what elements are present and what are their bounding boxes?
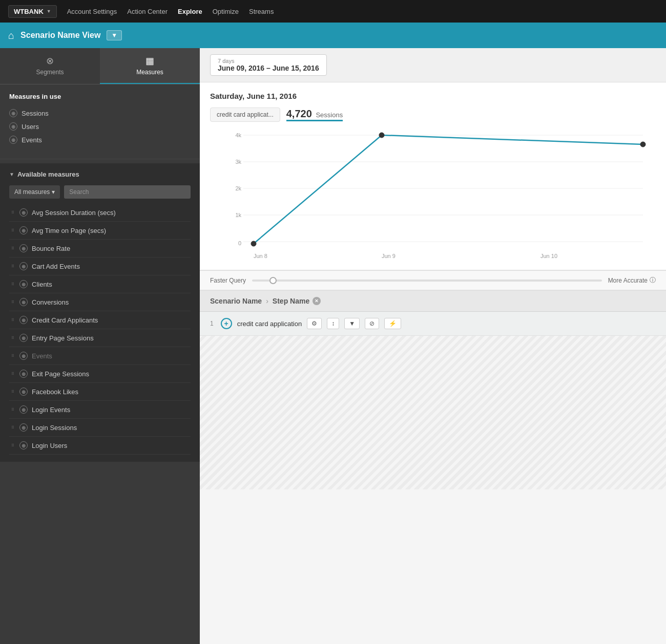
chart-pill-row: credit card applicat... 4,720 Sessions (210, 108, 656, 122)
scenario-name-label: Scenario Name (210, 297, 262, 305)
measures-in-use-heading: Measures in use (9, 93, 191, 100)
tab-bar: ⊗ Segments ▦ Measures (0, 48, 200, 84)
sessions-info-icon: ⊕ (9, 109, 17, 117)
list-item[interactable]: ⠿ ⊕ Conversions (9, 293, 191, 311)
all-measures-button[interactable]: All measures ▾ (9, 185, 60, 199)
available-measures-heading: ▼ Available measures (9, 170, 191, 178)
avg-time-info-icon: ⊕ (19, 226, 28, 234)
exit-page-info-icon: ⊕ (19, 370, 28, 378)
login-sessions-info-icon: ⊕ (19, 423, 28, 432)
login-sessions-label: Login Sessions (32, 424, 77, 432)
events2-label: Events (32, 352, 52, 360)
drag-handle-icon: ⠿ (11, 264, 15, 269)
main-container: ⊗ Segments ▦ Measures Measures in use ⊕ … (0, 48, 666, 644)
cc-applicants-label: Credit Card Applicants (32, 316, 98, 324)
list-item[interactable]: ⠿ ⊕ Exit Page Sessions (9, 365, 191, 383)
nav-account-settings[interactable]: Account Settings (67, 8, 117, 15)
fb-likes-label: Facebook Likes (32, 388, 78, 396)
chart-pill[interactable]: credit card applicat... (210, 108, 280, 122)
tab-segments-label: Segments (36, 69, 64, 76)
events-label: Events (22, 136, 42, 144)
nav-action-center[interactable]: Action Center (127, 8, 168, 15)
nav-optimize[interactable]: Optimize (213, 8, 239, 15)
step-name-label: Step Name ✕ (273, 297, 321, 305)
date-range-button[interactable]: 7 days June 09, 2016 – June 15, 2016 (210, 54, 327, 76)
all-measures-label: All measures (14, 188, 50, 196)
measure-users[interactable]: ⊕ Users (9, 120, 191, 133)
stripe-area (200, 336, 666, 489)
list-item[interactable]: ⠿ ⊕ Login Events (9, 401, 191, 419)
clients-label: Clients (32, 281, 52, 288)
svg-text:0: 0 (238, 240, 241, 246)
blue-header: ⌂ Scenario Name View ▼ (0, 23, 666, 48)
step-settings-button[interactable]: ⚙ (307, 318, 322, 329)
brand-label: WTBANK (14, 8, 44, 15)
list-item[interactable]: ⠿ ⊕ Bounce Rate (9, 240, 191, 257)
svg-text:Jun 10: Jun 10 (540, 253, 557, 259)
brand-button[interactable]: WTBANK ▼ (8, 5, 57, 18)
accuracy-slider[interactable] (252, 280, 602, 282)
login-users-label: Login Users (32, 442, 67, 449)
step-filter-button[interactable]: ▼ (344, 318, 360, 329)
home-icon[interactable]: ⌂ (8, 30, 14, 41)
divider (0, 159, 200, 159)
faster-query-label: Faster Query (210, 277, 246, 284)
entry-page-info-icon: ⊕ (19, 334, 28, 342)
drag-handle-icon: ⠿ (11, 300, 15, 305)
svg-text:Jun 9: Jun 9 (382, 253, 396, 259)
step-lightning-button[interactable]: ⚡ (384, 318, 401, 329)
list-item[interactable]: ⠿ ⊕ Login Sessions (9, 419, 191, 437)
chart-section: Saturday, June 11, 2016 credit card appl… (200, 82, 666, 270)
bounce-rate-label: Bounce Rate (32, 245, 70, 252)
conversions-info-icon: ⊕ (19, 298, 28, 306)
add-step-icon[interactable]: + (221, 318, 232, 329)
filter-row: All measures ▾ (9, 185, 191, 199)
svg-text:1k: 1k (235, 212, 241, 218)
drag-handle-icon: ⠿ (11, 443, 15, 448)
events2-info-icon: ⊕ (19, 352, 28, 360)
collapse-icon[interactable]: ▼ (9, 171, 14, 177)
list-item[interactable]: ⠿ ⊕ Credit Card Applicants (9, 311, 191, 329)
measure-events[interactable]: ⊕ Events (9, 133, 191, 146)
tab-measures[interactable]: ▦ Measures (100, 48, 200, 84)
right-panel: 7 days June 09, 2016 – June 15, 2016 Sat… (200, 48, 666, 644)
all-measures-chevron-icon: ▾ (52, 188, 55, 196)
bounce-rate-info-icon: ⊕ (19, 244, 28, 252)
list-item[interactable]: ⠿ ⊕ Login Users (9, 437, 191, 455)
drag-handle-icon: ⠿ (11, 336, 15, 340)
clients-info-icon: ⊕ (19, 280, 28, 288)
list-item[interactable]: ⠿ ⊕ Avg Time on Page (secs) (9, 222, 191, 240)
step-reorder-button[interactable]: ↕ (327, 318, 339, 329)
avg-session-label: Avg Session Duration (secs) (32, 209, 116, 217)
list-item[interactable]: ⠿ ⊕ Avg Session Duration (secs) (9, 204, 191, 222)
step-prohibit-button[interactable]: ⊘ (365, 318, 379, 329)
nav-streams[interactable]: Streams (249, 8, 274, 15)
brand-chevron-icon: ▼ (47, 9, 51, 14)
svg-point-14 (379, 133, 384, 138)
days-label: 7 days (218, 58, 234, 64)
accuracy-thumb[interactable] (269, 277, 277, 284)
chart-date-label: Saturday, June 11, 2016 (210, 92, 656, 100)
search-input[interactable] (64, 185, 191, 199)
list-item[interactable]: ⠿ ⊕ Entry Page Sessions (9, 329, 191, 347)
login-events-label: Login Events (32, 406, 70, 414)
measure-sessions[interactable]: ⊕ Sessions (9, 106, 191, 120)
users-info-icon: ⊕ (9, 122, 17, 131)
exit-page-label: Exit Page Sessions (32, 370, 89, 378)
list-item[interactable]: ⠿ ⊕ Facebook Likes (9, 383, 191, 401)
chart-unit: Sessions (316, 111, 343, 119)
drag-handle-icon: ⠿ (11, 372, 15, 376)
list-item[interactable]: ⠿ ⊕ Clients (9, 275, 191, 293)
svg-point-15 (640, 142, 646, 147)
close-step-button[interactable]: ✕ (313, 297, 321, 305)
list-item[interactable]: ⠿ ⊕ Cart Add Events (9, 257, 191, 275)
tab-segments[interactable]: ⊗ Segments (0, 48, 100, 84)
chart-value: 4,720 (286, 108, 312, 119)
svg-text:Jun 8: Jun 8 (254, 253, 267, 259)
nav-explore[interactable]: Explore (178, 8, 202, 15)
avg-session-info-icon: ⊕ (19, 208, 28, 217)
scenario-header: Scenario Name › Step Name ✕ (200, 291, 666, 312)
breadcrumb-chevron-icon: › (266, 297, 268, 305)
view-dropdown-button[interactable]: ▼ (107, 30, 122, 40)
date-range-bar: 7 days June 09, 2016 – June 15, 2016 (200, 48, 666, 82)
